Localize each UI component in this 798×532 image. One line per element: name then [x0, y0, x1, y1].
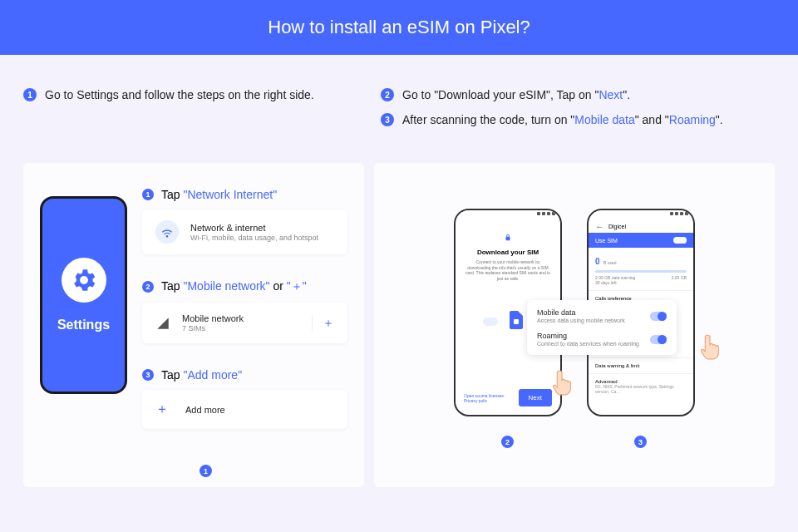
step-text: Go to Settings and follow the steps on t… — [45, 88, 314, 101]
panel-marker-1: 1 — [200, 465, 212, 477]
license-links[interactable]: Open source licenses. Privacy polic — [464, 393, 519, 403]
main-step-1: 1 Go to Settings and follow the steps on… — [23, 88, 364, 101]
signal-icon — [155, 316, 170, 331]
substep-2-title: 2 Tap "Mobile network" or "＋" — [142, 279, 347, 294]
step-bullet: 3 — [381, 113, 394, 126]
toggle-overlay-card: Mobile data Access data using mobile net… — [527, 300, 677, 355]
gear-icon — [70, 266, 98, 294]
data-warning-row[interactable]: Data warning & limit — [589, 357, 693, 373]
lock-icon — [504, 234, 512, 242]
step-bullet: 2 — [381, 88, 394, 101]
use-sim-row[interactable]: Use SIM — [589, 233, 693, 248]
wifi-icon — [155, 220, 179, 244]
step-text: After scanning the code, turn on "Mobile… — [402, 113, 723, 126]
settings-phone-mock: Settings — [40, 196, 127, 394]
left-panel: Settings 1 Tap "Network Internet" Networ… — [23, 163, 364, 487]
substep-1-title: 1 Tap "Network Internet" — [142, 188, 347, 201]
back-arrow-icon[interactable]: ← — [595, 222, 603, 231]
pointer-hand-icon — [698, 333, 722, 360]
step-bullet: 1 — [23, 88, 37, 101]
pointer-hand-icon — [550, 369, 574, 396]
network-internet-card[interactable]: Network & internet Wi-Fi, mobile, data u… — [142, 209, 347, 254]
right-panel: Download your SIM Connect to your mobile… — [374, 163, 775, 487]
mobile-data-toggle[interactable] — [650, 312, 667, 321]
cloud-icon — [483, 318, 498, 326]
settings-label: Settings — [57, 318, 110, 332]
plus-icon[interactable]: ＋ — [312, 316, 334, 331]
page-title: How to install an eSIM on Pixel? — [0, 0, 798, 55]
next-button[interactable]: Next — [519, 389, 552, 406]
mobile-data-label: Mobile data — [537, 308, 650, 317]
gear-badge — [62, 258, 106, 303]
roaming-toggle[interactable] — [650, 335, 667, 344]
toggle-icon[interactable] — [673, 237, 687, 244]
main-step-3: 3 After scanning the code, turn on "Mobi… — [381, 113, 775, 126]
mobile-network-card[interactable]: Mobile network 7 SIMs ＋ — [142, 303, 347, 343]
carrier-name: Digicel — [608, 224, 626, 229]
sim-card-icon — [510, 311, 523, 329]
substep-3-title: 3 Tap "Add more" — [142, 368, 347, 382]
roaming-label: Roaming — [537, 332, 650, 340]
add-more-card[interactable]: ＋ Add more — [142, 390, 347, 429]
main-step-2: 2 Go to "Download your eSIM", Tap on "Ne… — [381, 88, 775, 101]
panel-marker-3: 3 — [634, 436, 647, 448]
panel-marker-2: 2 — [501, 436, 514, 448]
advanced-row[interactable]: Advanced 5G, NMS, Preferred network type… — [589, 373, 693, 399]
plus-icon: ＋ — [155, 401, 169, 418]
step-text: Go to "Download your eSIM", Tap on "Next… — [402, 88, 630, 101]
